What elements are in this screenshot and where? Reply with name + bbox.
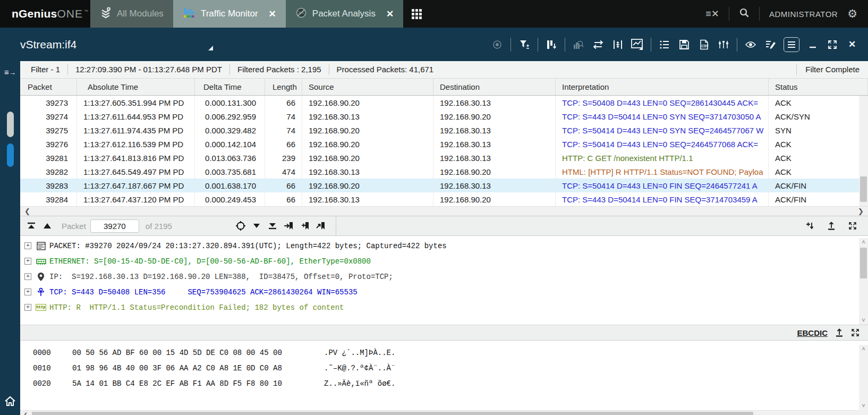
- chart-search-icon[interactable]: [572, 38, 585, 51]
- home-icon[interactable]: [0, 396, 20, 409]
- col-absolute-time[interactable]: Absolute Time: [77, 79, 195, 95]
- search-icon[interactable]: [739, 7, 750, 21]
- goto-packet-icon[interactable]: [233, 218, 249, 233]
- col-destination[interactable]: Destination: [433, 79, 556, 95]
- hex-row[interactable]: 0010 01 98 96 4B 40 00 3F 06 AA A2 C0 A8…: [20, 360, 868, 376]
- expand-node-icon[interactable]: +: [24, 289, 31, 295]
- cell-destination: 192.168.30.13: [433, 137, 556, 151]
- table-row[interactable]: 392841:13:27.647.437.120 PM PD0.000.249.…: [20, 192, 868, 206]
- user-menu[interactable]: ADMINISTRATOR: [769, 10, 838, 19]
- ebcdic-link[interactable]: EBCDIC: [797, 328, 828, 337]
- settings-gear-icon[interactable]: ⚙: [847, 7, 857, 20]
- cell-packet: 39276: [20, 137, 77, 151]
- scroll-down-icon[interactable]: ˅: [859, 317, 868, 324]
- cell-length: 66: [265, 192, 302, 206]
- upload-icon[interactable]: [835, 325, 844, 340]
- scroll-up-icon[interactable]: ˄: [859, 239, 868, 245]
- table-row[interactable]: 392741:13:27.611.644.953 PM PD0.006.292.…: [20, 109, 868, 123]
- filter-icon[interactable]: [518, 38, 531, 51]
- table-vertical-scrollbar[interactable]: [859, 96, 868, 206]
- list-view-icon[interactable]: [658, 38, 671, 51]
- hex-row[interactable]: 0000 00 50 56 AD BF 60 00 15 4D 5D DE C0…: [20, 345, 868, 360]
- expand-pane-icon[interactable]: [845, 218, 861, 233]
- table-row[interactable]: 392831:13:27.647.187.667 PM PD0.001.638.…: [20, 179, 868, 192]
- insert-column-icon[interactable]: [802, 218, 818, 233]
- expand-node-icon[interactable]: +: [24, 304, 31, 311]
- previous-packet-icon[interactable]: [39, 218, 55, 233]
- maximize-icon[interactable]: [826, 38, 839, 51]
- minimize-icon[interactable]: [806, 38, 819, 51]
- hex-vertical-scrollbar[interactable]: ˄ ˅: [859, 345, 868, 415]
- expand-pane-icon[interactable]: [851, 325, 860, 340]
- upload-icon[interactable]: [823, 218, 839, 233]
- col-status[interactable]: Status: [769, 79, 868, 95]
- table-row[interactable]: 392761:13:27.612.116.539 PM PD0.000.142.…: [20, 137, 868, 151]
- tab-all-modules[interactable]: All Modules: [90, 0, 173, 28]
- expand-node-icon[interactable]: +: [24, 242, 31, 249]
- expand-node-icon[interactable]: +: [24, 258, 31, 265]
- cell-source: 192.168.30.13: [302, 192, 433, 206]
- detail-row-packet[interactable]: + PACKET: #39270 2024/09/24 20:13:27.320…: [20, 238, 868, 253]
- tab-traffic-monitor[interactable]: Traffic Monitor ✕: [173, 0, 286, 28]
- next-bookmark-icon[interactable]: [312, 218, 328, 233]
- col-delta-time[interactable]: Delta Time: [195, 79, 265, 95]
- col-packet[interactable]: Packet: [20, 79, 77, 95]
- close-icon[interactable]: ✕: [846, 38, 858, 51]
- col-interpretation[interactable]: Interpretation: [556, 79, 769, 95]
- packet-number-input[interactable]: [90, 219, 139, 233]
- next-dropdown-icon[interactable]: [249, 218, 265, 233]
- tab-packet-analysis[interactable]: Packet Analysis ✕: [286, 0, 403, 28]
- table-row[interactable]: 392731:13:27.605.351.994 PM PD0.000.131.…: [20, 96, 868, 109]
- cell-destination: 192.168.30.13: [433, 123, 556, 137]
- cell-length: 239: [265, 151, 302, 165]
- cell-status: ACK/FIN: [769, 192, 868, 206]
- detail-vertical-scrollbar[interactable]: ˄ ˅: [859, 238, 868, 325]
- app-grid-button[interactable]: [403, 0, 430, 28]
- detail-row-tcp[interactable]: + TCP: S=443 D=50408 LEN=356 SEQ=7539046…: [20, 284, 868, 300]
- sliders-icon[interactable]: [717, 38, 730, 51]
- save-icon[interactable]: [678, 38, 691, 51]
- column-sort-icon[interactable]: [545, 38, 558, 51]
- first-packet-icon[interactable]: [23, 218, 39, 233]
- add-bookmark-icon[interactable]: [296, 218, 312, 233]
- col-length[interactable]: Length: [265, 79, 302, 95]
- sidebar-scroll-pill-gray[interactable]: [7, 112, 14, 137]
- col-source[interactable]: Source: [302, 79, 433, 95]
- detail-row-ip[interactable]: + IP: S=192.168.30.13 D=192.168.90.20 LE…: [20, 269, 868, 284]
- table-horizontal-scrollbar[interactable]: ❮ ❯: [20, 206, 868, 216]
- clear-session-icon[interactable]: ≡✕: [705, 8, 719, 20]
- expand-node-icon[interactable]: +: [24, 273, 31, 280]
- line-chart-icon[interactable]: [631, 38, 644, 51]
- expand-menu-icon[interactable]: ≡→: [0, 67, 20, 77]
- hex-bytes: 00 50 56 AD BF 60 00 15 4D 5D DE C0 08 0…: [72, 349, 312, 357]
- scroll-right-icon[interactable]: ❯: [858, 207, 864, 216]
- detail-text: TCP: S=443 D=50408 LEN=356 SEQ=753904625…: [49, 288, 358, 297]
- detail-row-ethernet[interactable]: + ETHERNET: S=[00-15-4D-5D-DE-C0], D=[00…: [20, 253, 868, 269]
- cell-delta-time: 0.000.131.300: [195, 96, 265, 109]
- table-row[interactable]: 392821:13:27.645.549.497 PM PD0.003.735.…: [20, 165, 868, 179]
- swap-columns-icon[interactable]: [592, 38, 605, 51]
- hex-row[interactable]: 0020 5A 14 01 BB C4 E8 2C EF AB F1 AA 8D…: [20, 376, 868, 391]
- scroll-left-icon[interactable]: ❮: [24, 207, 30, 216]
- scroll-left-icon[interactable]: ❮: [23, 411, 28, 415]
- detail-row-http[interactable]: + http HTTP: R HTTP/1.1 Status=Precondit…: [20, 300, 868, 315]
- sidebar-scroll-pill-blue[interactable]: [7, 143, 14, 167]
- scroll-down-icon[interactable]: ˅: [859, 403, 868, 409]
- scroll-up-icon[interactable]: ˄: [859, 346, 868, 352]
- hex-horizontal-scrollbar[interactable]: ❮: [20, 410, 859, 415]
- last-packet-icon[interactable]: [265, 218, 280, 233]
- export-csv-icon[interactable]: CSV: [697, 38, 710, 51]
- cell-source: 192.168.30.13: [302, 165, 433, 179]
- tab-close-icon[interactable]: ✕: [386, 9, 394, 20]
- divider: [651, 38, 651, 52]
- table-row[interactable]: 392811:13:27.641.813.816 PM PD0.013.063.…: [20, 151, 868, 165]
- menu-icon[interactable]: [784, 37, 799, 52]
- record-icon[interactable]: [491, 38, 504, 51]
- tab-close-icon[interactable]: ✕: [269, 9, 276, 20]
- eye-icon[interactable]: [744, 38, 757, 51]
- table-row[interactable]: 392751:13:27.611.974.435 PM PD0.000.329.…: [20, 123, 868, 137]
- edit-filter-icon[interactable]: [764, 38, 777, 51]
- goto-bookmark-icon[interactable]: [280, 218, 296, 233]
- markers-icon[interactable]: [611, 38, 624, 51]
- title-dropdown-icon[interactable]: [208, 46, 213, 50]
